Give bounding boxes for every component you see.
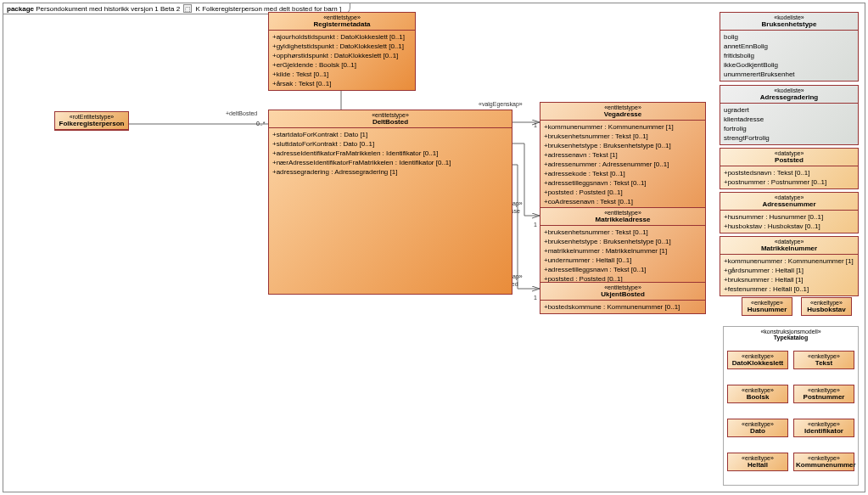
container-typekatalog[interactable]: «konstruksjonsmodell»Typekatalog «enkelt… [723, 326, 859, 486]
entity-registermetadata[interactable]: «entitetstype»Registermetadata +ajourhol… [268, 12, 416, 91]
package-frame: package Persondokument med historikk ver… [3, 3, 865, 492]
mult-1b: 1 [534, 222, 537, 228]
regmeta-attrs: +ajourholdstidspunkt : DatoKlokkeslett [… [269, 31, 415, 90]
kodeliste-bruksenhetstype[interactable]: «kodeliste»Bruksenhetstype boligannetEnn… [720, 12, 859, 82]
enkeltype-dato[interactable]: «enkeltype»Dato [727, 419, 788, 437]
adrg-attrs: ugradertklientadressefortroligstrengtFor… [720, 104, 858, 144]
ukj-attrs: +bostedskommune : Kommunenummer [0..1] [540, 301, 705, 313]
kodeliste-adressegradering[interactable]: «kodeliste»Adressegradering ugradertklie… [720, 85, 859, 145]
enkeltype-tekst[interactable]: «enkeltype»Tekst [793, 351, 854, 369]
enkeltype-heltall[interactable]: «enkeltype»Heltall [727, 453, 788, 471]
datatype-adressenummer[interactable]: «datatype»Adressenummer +husnummer : Hus… [720, 192, 859, 233]
mult-1c: 1 [534, 295, 537, 301]
mult-1a: 1 [534, 122, 537, 128]
entity-deltbosted[interactable]: «entitetstype»DeltBosted +startdatoForKo… [268, 110, 512, 295]
entity-ukjentbosted[interactable]: «entitetstype»UkjentBosted +bostedskommu… [540, 282, 706, 314]
mult-0n: 0..* [256, 121, 266, 127]
post-attrs: +poststedsnavn : Tekst [0..1]+postnummer… [720, 166, 858, 188]
entity-vegadresse[interactable]: «entitetstype»Vegadresse +kommunenummer … [540, 102, 706, 209]
veg-attrs: +kommunenummer : Kommunenummer [1]+bruks… [540, 121, 705, 208]
package-kw: package [7, 5, 34, 13]
delt-attrs: +startdatoForKontrakt : Dato [1]+sluttda… [269, 128, 512, 178]
matn-attrs: +kommunenummer : Kommunenummer [1]+gårds… [720, 255, 858, 295]
valg-label-1: «valgEgenskap» [479, 101, 523, 107]
enkeltype-husbokstav[interactable]: «enkeltype»Husbokstav [801, 297, 852, 316]
datatype-poststed[interactable]: «datatype»Poststed +poststedsnavn : Teks… [720, 148, 859, 189]
enkeltype-husnummer[interactable]: «enkeltype»Husnummer [742, 297, 792, 316]
enkeltype-kommunenummer[interactable]: «enkeltype»Kommunenummer [793, 453, 854, 471]
package-title: Persondokument med historikk versjon 1 B… [36, 5, 180, 13]
diagram-icon: ⬚ [183, 4, 192, 13]
datatype-matrikkelnummer[interactable]: «datatype»Matrikkelnummer +kommunenummer… [720, 236, 859, 296]
enkeltype-datoklokkeslett[interactable]: «enkeltype»DatoKlokkeslett [727, 351, 788, 369]
adrn-attrs: +husnummer : Husnummer [0..1]+husbokstav… [720, 211, 858, 233]
enkeltype-identifikator[interactable]: «enkeltype»Identifikator [793, 419, 854, 437]
entity-folkeregisterperson[interactable]: «rotEntitetstype»Folkeregisterperson [54, 111, 129, 131]
enkeltype-postnummer[interactable]: «enkeltype»Postnummer [793, 385, 854, 403]
assoc-label-deltbosted: +deltBosted [226, 110, 257, 116]
enkeltype-boolsk[interactable]: «enkeltype»Boolsk [727, 385, 788, 403]
bruk-attrs: boligannetEnnBoligfritidsbolig ikkeGodkj… [720, 31, 858, 81]
